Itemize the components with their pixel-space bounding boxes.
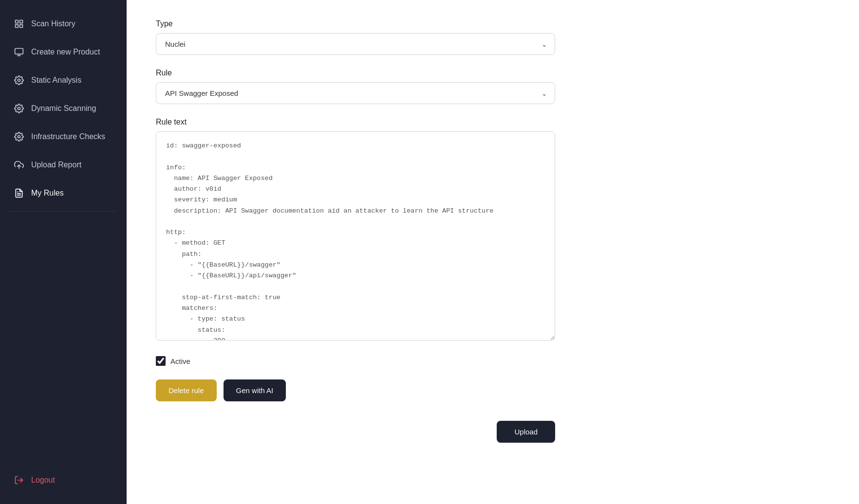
type-select[interactable]: Nuclei SAST DAST	[156, 33, 555, 55]
document-icon	[14, 188, 24, 198]
main-content: Type Nuclei SAST DAST ⌄ Rule API Swagger…	[127, 0, 859, 504]
svg-point-8	[18, 108, 20, 110]
box-icon	[14, 47, 24, 57]
sidebar-item-label: Infrastructure Checks	[31, 132, 105, 141]
svg-rect-0	[16, 20, 19, 23]
rule-text-label: Rule text	[156, 118, 555, 126]
sidebar-item-infrastructure-checks[interactable]: Infrastructure Checks	[0, 123, 127, 151]
rule-field-group: Rule API Swagger Exposed SQL Injection X…	[156, 69, 555, 104]
sidebar: Scan History Create new Product Static A…	[0, 0, 127, 504]
form-section: Type Nuclei SAST DAST ⌄ Rule API Swagger…	[156, 19, 555, 443]
type-label: Type	[156, 19, 555, 28]
list-icon	[14, 18, 24, 29]
sidebar-item-label: Dynamic Scanning	[31, 104, 96, 113]
sidebar-item-static-analysis[interactable]: Static Analysis	[0, 66, 127, 94]
active-checkbox-row: Active	[156, 356, 555, 366]
sidebar-item-dynamic-scanning[interactable]: Dynamic Scanning	[0, 94, 127, 123]
sidebar-item-scan-history[interactable]: Scan History	[0, 10, 127, 38]
rule-select-wrapper: API Swagger Exposed SQL Injection XSS ⌄	[156, 82, 555, 104]
gear-icon	[14, 75, 24, 86]
sidebar-item-create-product[interactable]: Create new Product	[0, 38, 127, 66]
gear-icon-2	[14, 103, 24, 114]
rule-select[interactable]: API Swagger Exposed SQL Injection XSS	[156, 82, 555, 104]
svg-rect-3	[20, 25, 23, 28]
svg-point-9	[18, 136, 20, 138]
sidebar-item-label: Create new Product	[31, 48, 100, 56]
rule-text-textarea[interactable]	[156, 131, 555, 341]
upload-button[interactable]: Upload	[497, 421, 555, 443]
sidebar-item-label: Static Analysis	[31, 76, 81, 85]
type-select-wrapper: Nuclei SAST DAST ⌄	[156, 33, 555, 55]
sidebar-item-upload-report[interactable]: Upload Report	[0, 151, 127, 179]
sidebar-item-label: My Rules	[31, 189, 64, 198]
svg-point-7	[18, 79, 20, 82]
active-checkbox[interactable]	[156, 356, 166, 366]
upload-icon	[14, 160, 24, 170]
sidebar-divider	[10, 211, 117, 212]
sidebar-item-my-rules[interactable]: My Rules	[0, 179, 127, 207]
gen-ai-button[interactable]: Gen with AI	[224, 379, 286, 401]
active-label[interactable]: Active	[170, 357, 190, 365]
svg-rect-2	[16, 25, 19, 28]
logout-icon	[14, 475, 24, 486]
delete-rule-button[interactable]: Delete rule	[156, 379, 217, 401]
svg-rect-1	[20, 20, 23, 23]
type-field-group: Type Nuclei SAST DAST ⌄	[156, 19, 555, 55]
logout-label: Logout	[31, 476, 55, 485]
rule-text-field-group: Rule text	[156, 118, 555, 342]
svg-rect-4	[15, 49, 23, 54]
rule-label: Rule	[156, 69, 555, 77]
upload-row: Upload	[156, 421, 555, 443]
sidebar-item-label: Scan History	[31, 19, 75, 28]
action-button-row: Delete rule Gen with AI	[156, 379, 555, 401]
sidebar-item-label: Upload Report	[31, 161, 81, 169]
gear-icon-3	[14, 131, 24, 142]
sidebar-item-logout[interactable]: Logout	[0, 466, 127, 494]
